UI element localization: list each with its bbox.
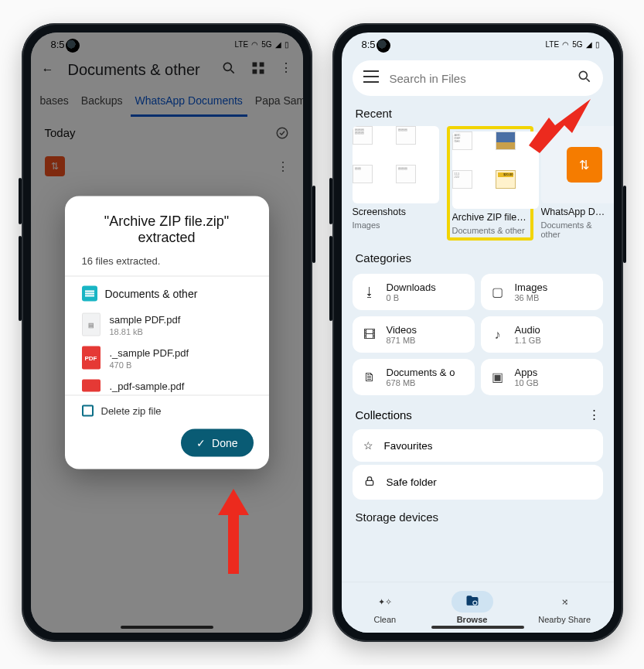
- thumbnail: ▤▤▤▤▤▤▤▤▤ ▤▤▤▤▤: [353, 126, 439, 203]
- file-name: ._pdf-sample.pdf: [110, 380, 185, 391]
- storage-devices-label: Storage devices: [342, 503, 614, 530]
- nav-browse[interactable]: Browse: [451, 591, 493, 624]
- carrier-label: LTE: [546, 40, 560, 49]
- thumbnail: ABCDEFGHI 111222 $20.00: [452, 131, 539, 209]
- category-size: 36 MB: [515, 293, 548, 302]
- svg-rect-9: [363, 76, 379, 77]
- file-size: 18.81 kB: [110, 326, 181, 336]
- pdf-file-icon: [82, 380, 101, 392]
- destination-row[interactable]: Documents & other: [65, 286, 269, 309]
- svg-marker-13: [529, 99, 591, 153]
- document-icon: 🗎: [362, 370, 377, 384]
- category-size: 0 B: [387, 293, 436, 302]
- nav-label: Clean: [373, 615, 396, 624]
- audio-icon: ♪: [490, 328, 506, 342]
- phone-right: 8:5 LTE ◠ 5G ◢ ▯ Recent: [332, 23, 623, 642]
- favourites-label: Favourites: [384, 440, 433, 452]
- camera-hole-icon: [66, 39, 80, 53]
- category-images[interactable]: ▢ Images36 MB: [481, 274, 603, 310]
- wifi-icon: ◠: [562, 40, 569, 49]
- done-button[interactable]: ✓ Done: [181, 429, 253, 457]
- nearby-share-icon: ⤨: [561, 597, 568, 607]
- category-size: 10 GB: [515, 378, 539, 387]
- category-documents[interactable]: 🗎 Documents & o678 MB: [353, 359, 475, 395]
- category-name: Images: [515, 282, 548, 293]
- nav-clean[interactable]: ✦✧ Clean: [364, 591, 406, 624]
- screen-left: 8:5 LTE ◠ 5G ◢ ▯ ← Documents & other ⋮: [31, 32, 303, 633]
- svg-rect-10: [363, 81, 379, 83]
- dialog-title: "Archive ZIP file.zip" extracted: [65, 213, 269, 254]
- recent-item-archive-zip[interactable]: ABCDEFGHI 111222 $20.00 Archive ZIP file…: [447, 126, 533, 241]
- category-apps[interactable]: ▣ Apps10 GB: [481, 359, 603, 395]
- file-size: 470 B: [110, 360, 189, 369]
- phone-left: 8:5 LTE ◠ 5G ◢ ▯ ← Documents & other ⋮: [22, 23, 312, 642]
- search-icon[interactable]: [577, 69, 592, 87]
- favourites-card[interactable]: ☆ Favourites: [353, 429, 603, 462]
- destination-label: Documents & other: [105, 288, 198, 300]
- search-bar[interactable]: [353, 60, 603, 96]
- category-name: Videos: [387, 324, 417, 336]
- safe-folder-card[interactable]: Safe folder: [353, 465, 603, 500]
- home-indicator[interactable]: [431, 626, 524, 629]
- screen-right: 8:5 LTE ◠ 5G ◢ ▯ Recent: [342, 32, 614, 633]
- search-input[interactable]: [390, 72, 566, 85]
- recent-item-sub: Images: [353, 220, 439, 230]
- delete-zip-label: Delete zip file: [101, 405, 162, 417]
- camera-hole-icon: [377, 39, 390, 53]
- signal-icon: ◢: [586, 40, 592, 49]
- pdf-file-icon: PDF: [82, 346, 101, 370]
- safe-folder-label: Safe folder: [387, 476, 437, 488]
- recent-item-name: Archive ZIP file (1): [452, 212, 528, 223]
- recent-item-name: Screenshots: [353, 207, 439, 217]
- category-name: Documents & o: [387, 367, 455, 378]
- category-size: 678 MB: [387, 378, 455, 387]
- dialog-subtitle: 16 files extracted.: [65, 254, 269, 276]
- folder-search-icon: [465, 593, 480, 610]
- category-downloads[interactable]: ⭳ Downloads0 B: [353, 274, 475, 310]
- file-name: ._sample PDF.pdf: [110, 346, 189, 358]
- nav-label: Nearby Share: [538, 615, 591, 624]
- apps-icon: ▣: [490, 370, 506, 384]
- battery-icon: ▯: [595, 40, 600, 49]
- download-icon: ⭳: [362, 285, 377, 299]
- category-audio[interactable]: ♪ Audio1.1 GB: [481, 316, 603, 353]
- file-name: sample PDF.pdf: [110, 313, 181, 325]
- nav-label: Browse: [457, 615, 488, 624]
- status-icons: LTE ◠ 5G ◢ ▯: [546, 40, 600, 49]
- done-button-label: Done: [212, 437, 237, 449]
- list-item[interactable]: ▤ sample PDF.pdf 18.81 kB: [82, 309, 252, 343]
- category-name: Apps: [515, 367, 539, 378]
- lock-icon: [363, 475, 376, 490]
- checkbox-icon[interactable]: [82, 405, 94, 417]
- check-icon: ✓: [196, 437, 206, 449]
- star-icon: ☆: [363, 439, 373, 452]
- svg-point-11: [579, 71, 587, 79]
- nav-nearby-share[interactable]: ⤨ Nearby Share: [538, 591, 591, 624]
- extracted-files-list: ▤ sample PDF.pdf 18.81 kB PDF ._sample P…: [65, 309, 269, 392]
- annotation-arrow-icon: [529, 99, 591, 153]
- svg-line-12: [586, 79, 589, 82]
- delete-zip-row[interactable]: Delete zip file: [65, 395, 269, 420]
- svg-marker-7: [218, 489, 249, 574]
- list-item[interactable]: PDF ._sample PDF.pdf 470 B: [82, 343, 252, 376]
- list-item[interactable]: ._pdf-sample.pdf: [82, 376, 252, 392]
- extraction-dialog: "Archive ZIP file.zip" extracted 16 file…: [65, 196, 269, 469]
- more-icon[interactable]: ⋮: [588, 408, 600, 422]
- annotation-arrow-icon: [210, 489, 257, 574]
- recent-item-name: WhatsApp Docum…: [541, 207, 608, 217]
- collections-label: Collections: [356, 408, 412, 422]
- documents-folder-icon: [82, 286, 97, 302]
- hamburger-menu-icon[interactable]: [363, 70, 379, 86]
- image-icon: ▢: [490, 285, 506, 299]
- svg-rect-14: [366, 480, 373, 485]
- video-icon: 🎞: [362, 328, 377, 342]
- collections-header: Collections ⋮: [342, 400, 614, 426]
- recent-item-screenshots[interactable]: ▤▤▤▤▤▤▤▤▤ ▤▤▤▤▤ Screenshots Images: [353, 126, 439, 241]
- categories-label: Categories: [342, 241, 614, 271]
- recent-item-sub: Documents & other: [452, 226, 528, 235]
- category-name: Audio: [515, 324, 541, 336]
- category-size: 871 MB: [387, 336, 417, 345]
- category-size: 1.1 GB: [515, 336, 541, 345]
- clock: 8:5: [362, 39, 376, 50]
- category-videos[interactable]: 🎞 Videos871 MB: [353, 316, 475, 353]
